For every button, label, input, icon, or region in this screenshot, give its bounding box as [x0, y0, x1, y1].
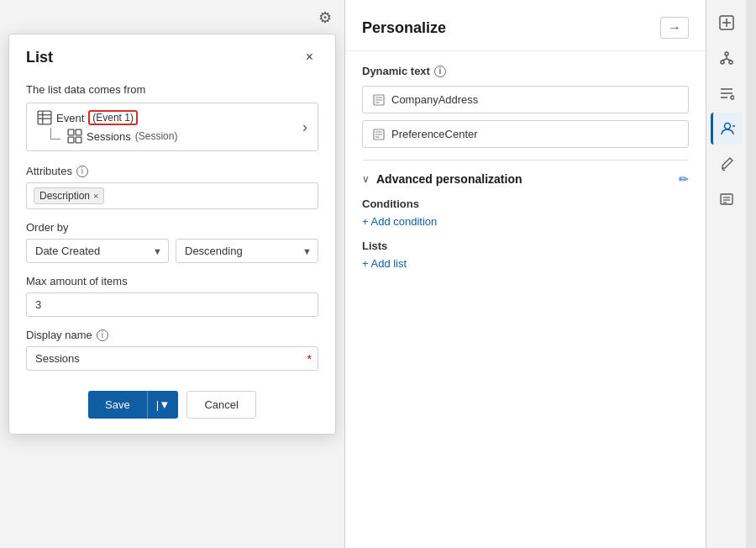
cancel-button[interactable]: Cancel	[186, 391, 255, 419]
advanced-header: ∨ Advanced personalization ✏	[362, 172, 689, 186]
brush-icon	[719, 156, 734, 171]
gear-icon-area[interactable]: ⚙	[318, 8, 332, 27]
conditions-label: Conditions	[362, 198, 689, 210]
svg-rect-0	[38, 111, 51, 124]
svg-line-24	[727, 59, 731, 61]
advanced-title: Advanced personalization	[376, 172, 522, 186]
dialog-title: List	[26, 49, 53, 66]
datasource-chevron: ›	[302, 119, 307, 136]
token2-icon	[373, 129, 385, 140]
token1-icon	[373, 94, 385, 106]
display-input-wrap: *	[26, 346, 318, 371]
save-dropdown-icon: |▼	[156, 398, 171, 411]
text-icon	[719, 192, 734, 207]
list-dialog: List × The list data comes from Event	[8, 34, 336, 435]
attributes-info-icon[interactable]: i	[76, 166, 88, 177]
dynamic-text-label: Dynamic text	[362, 65, 430, 77]
display-name-input[interactable]	[26, 346, 318, 371]
orderby-row: Date Created Date Modified Name ▼ Descen…	[26, 239, 318, 263]
display-info-icon[interactable]: i	[97, 329, 108, 341]
svg-point-20	[721, 61, 724, 64]
svg-point-29	[725, 124, 731, 129]
svg-point-28	[731, 96, 734, 99]
display-label: Display name	[26, 329, 92, 341]
sidebar-fork-button[interactable]	[711, 42, 743, 74]
fork-icon	[719, 50, 734, 66]
personalize-body: Dynamic text i CompanyAddress Preference…	[345, 51, 706, 548]
attributes-input-area[interactable]: Description ×	[26, 182, 318, 209]
orderby-label: Order by	[26, 221, 318, 234]
tree-connector	[50, 128, 60, 140]
source-label: The list data comes from	[26, 83, 318, 96]
sidebar-person-button[interactable]	[711, 113, 743, 145]
divider	[362, 160, 689, 161]
dialog-header: List ×	[9, 34, 335, 75]
svg-point-19	[725, 52, 728, 55]
gear-icon[interactable]: ⚙	[318, 9, 332, 26]
left-area: ⚙ List × The list data comes from	[0, 0, 344, 548]
advanced-title-wrap: ∨ Advanced personalization	[362, 172, 522, 186]
grid-icon	[67, 129, 82, 144]
event-row: Event (Event 1)	[37, 110, 177, 125]
svg-rect-7	[76, 137, 81, 143]
dialog-footer: Save |▼ Cancel	[9, 379, 335, 425]
svg-rect-4	[68, 129, 74, 135]
datasource-tree: Event (Event 1) Sessions (Session)	[37, 110, 177, 144]
advanced-chevron[interactable]: ∨	[362, 173, 370, 185]
attributes-label-wrap: Attributes i	[26, 165, 318, 177]
description-tag: Description ×	[34, 187, 104, 204]
sidebar-add-button[interactable]	[711, 7, 743, 39]
save-dropdown-button[interactable]: |▼	[147, 391, 179, 419]
person-icon	[720, 121, 735, 136]
personalize-panel: Personalize → Dynamic text i CompanyAddr…	[344, 0, 706, 548]
dynamic-text-label-wrap: Dynamic text i	[362, 65, 689, 77]
svg-line-23	[722, 59, 727, 61]
datasource-box[interactable]: Event (Event 1) Sessions (Session)	[26, 103, 318, 151]
plus-icon	[719, 15, 734, 30]
session-badge: (Session)	[135, 130, 178, 142]
lists-label: Lists	[362, 240, 689, 252]
required-asterisk: *	[307, 352, 312, 366]
max-input[interactable]	[26, 292, 318, 317]
svg-rect-6	[68, 137, 74, 143]
save-button[interactable]: Save	[88, 391, 147, 419]
svg-point-21	[729, 61, 732, 64]
edit-icon[interactable]: ✏	[679, 172, 689, 186]
sidebar-text-button[interactable]	[711, 183, 743, 215]
orderby-select[interactable]: Date Created Date Modified Name	[26, 239, 169, 263]
tag-remove-button[interactable]: ×	[93, 191, 98, 201]
sidebar-list-button[interactable]	[711, 77, 743, 109]
event-badge: (Event 1)	[88, 110, 138, 125]
max-label: Max amount of items	[26, 275, 318, 287]
dialog-close-button[interactable]: ×	[301, 48, 318, 66]
token1-label: CompanyAddress	[391, 93, 478, 106]
dynamic-text-info-icon[interactable]: i	[434, 66, 446, 77]
sessions-row: Sessions (Session)	[49, 129, 177, 144]
sessions-label: Sessions	[87, 130, 131, 143]
dialog-body: The list data comes from Event (Event 1)	[9, 75, 335, 379]
token2-label: PreferenceCenter	[391, 128, 478, 140]
advanced-section: ∨ Advanced personalization ✏ Conditions …	[362, 160, 689, 270]
attributes-label: Attributes	[26, 165, 72, 177]
direction-select[interactable]: Descending Ascending	[176, 239, 318, 263]
table-icon	[37, 110, 52, 125]
personalize-header: Personalize →	[345, 0, 706, 51]
token-row-2[interactable]: PreferenceCenter	[362, 120, 689, 148]
tag-label: Description	[39, 190, 90, 202]
sidebar-icons	[706, 0, 746, 548]
direction-field-wrap: Descending Ascending ▼	[176, 239, 318, 263]
orderby-field-wrap: Date Created Date Modified Name ▼	[26, 239, 169, 263]
list-icon	[719, 86, 734, 101]
svg-rect-5	[76, 129, 81, 135]
sidebar-brush-button[interactable]	[711, 148, 743, 180]
save-button-group: Save |▼	[88, 391, 178, 419]
arrow-icon[interactable]: →	[660, 17, 689, 39]
event-label: Event	[56, 112, 84, 124]
display-label-wrap: Display name i	[26, 329, 318, 341]
personalize-title: Personalize	[362, 19, 446, 37]
add-condition-link[interactable]: + Add condition	[362, 215, 689, 228]
add-list-link[interactable]: + Add list	[362, 257, 689, 270]
token-row-1[interactable]: CompanyAddress	[362, 86, 689, 113]
